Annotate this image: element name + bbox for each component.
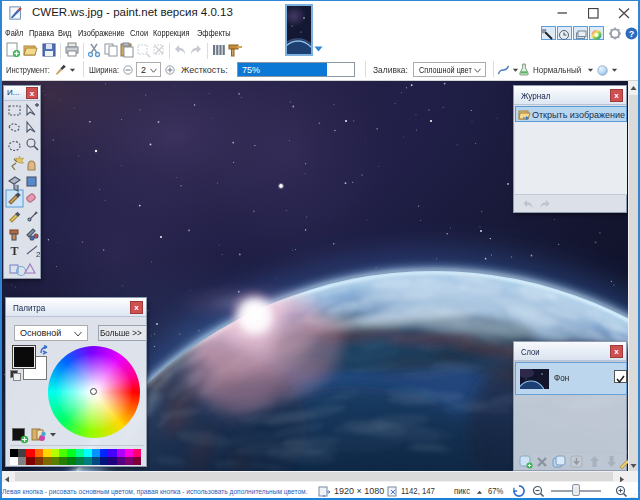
svg-text:T: T — [10, 244, 18, 258]
svg-text:?: ? — [629, 29, 635, 39]
svg-text:2: 2 — [36, 250, 41, 259]
